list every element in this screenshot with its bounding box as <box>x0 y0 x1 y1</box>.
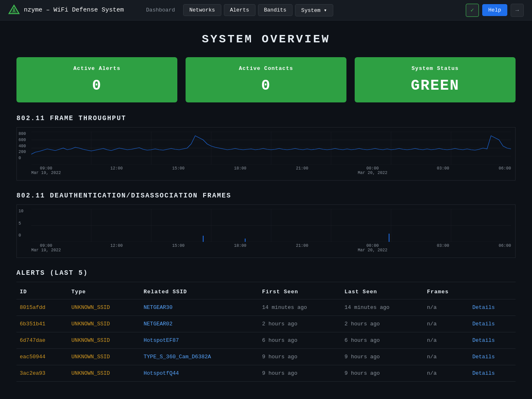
cell-first-seen-1: 2 hours ago <box>259 316 341 332</box>
deauth-x-labels: 09:00Mar 19, 2022 12:00 15:00 18:00 21:0… <box>31 243 511 253</box>
cell-id-1: 6b351b41 <box>16 316 68 332</box>
table-row: 3ac2ea93 UNKNOWN_SSID HotspotfQ44 9 hour… <box>16 365 516 382</box>
nav-right: ✓ Help → <box>466 4 524 17</box>
table-row: 6d747dae UNKNOWN_SSID HotspotEF87 6 hour… <box>16 332 516 349</box>
main-content: System Overview Active Alerts 0 Active C… <box>0 21 532 394</box>
table-row: 6b351b41 UNKNOWN_SSID NETGEAR02 2 hours … <box>16 316 516 332</box>
cell-id-2: 6d747dae <box>16 332 68 349</box>
deauth-chart: 10 5 0 09:00Mar 19, 2022 12:00 15:00 <box>16 204 516 258</box>
cell-ssid-2: HotspotEF87 <box>140 332 259 349</box>
col-action <box>469 285 516 299</box>
details-link-0[interactable]: Details <box>469 299 516 316</box>
cell-id-3: eac50944 <box>16 349 68 365</box>
stat-cards: Active Alerts 0 Active Contacts 0 System… <box>16 57 516 102</box>
alerts-table: ID Type Related SSID First Seen Last See… <box>16 285 516 382</box>
active-alerts-value: 0 <box>25 77 169 94</box>
details-link-2[interactable]: Details <box>469 332 516 349</box>
cell-id-0: 8015afdd <box>16 299 68 316</box>
cell-ssid-1: NETGEAR02 <box>140 316 259 332</box>
table-row: 8015afdd UNKNOWN_SSID NETGEAR30 14 minut… <box>16 299 516 316</box>
cell-last-seen-3: 9 hours ago <box>341 349 423 365</box>
help-button[interactable]: Help <box>482 4 507 16</box>
nav-alerts[interactable]: Alerts <box>224 4 256 16</box>
cell-first-seen-0: 14 minutes ago <box>259 299 341 316</box>
alerts-divider <box>16 282 516 282</box>
details-link-3[interactable]: Details <box>469 349 516 365</box>
col-ssid: Related SSID <box>140 285 259 299</box>
logout-icon-btn[interactable]: → <box>511 4 524 17</box>
system-status-title: System Status <box>363 65 507 72</box>
cell-frames-2: n/a <box>424 332 469 349</box>
table-row: eac50944 UNKNOWN_SSID TYPE_S_360_Cam_D63… <box>16 349 516 365</box>
cell-last-seen-2: 6 hours ago <box>341 332 423 349</box>
cell-first-seen-3: 9 hours ago <box>259 349 341 365</box>
active-alerts-card: Active Alerts 0 <box>16 57 177 102</box>
page-title: System Overview <box>16 33 516 46</box>
nav-networks[interactable]: Networks <box>183 4 221 16</box>
brand-text: nzyme – WiFi Defense System <box>24 7 124 14</box>
throughput-x-labels: 09:00Mar 19, 2022 12:00 15:00 18:00 21:0… <box>31 165 511 176</box>
system-status-value: GREEN <box>363 77 507 94</box>
deauth-y-labels: 10 5 0 <box>17 209 25 238</box>
cell-type-4: UNKNOWN_SSID <box>68 365 140 382</box>
cell-last-seen-0: 14 minutes ago <box>341 299 423 316</box>
deauth-section-title: 802.11 Deauthentication/Disassociation F… <box>16 192 516 200</box>
nav-bandits[interactable]: Bandits <box>258 4 293 16</box>
cell-first-seen-4: 9 hours ago <box>259 365 341 382</box>
cell-first-seen-2: 6 hours ago <box>259 332 341 349</box>
cell-ssid-3: TYPE_S_360_Cam_D6382A <box>140 349 259 365</box>
throughput-section-title: 802.11 Frame Throughput <box>16 115 516 122</box>
active-contacts-title: Active Contacts <box>194 65 338 72</box>
col-frames: Frames <box>424 285 469 299</box>
throughput-y-labels: 800 600 400 200 0 <box>17 132 28 160</box>
cell-id-4: 3ac2ea93 <box>16 365 68 382</box>
details-link-1[interactable]: Details <box>469 316 516 332</box>
brand-icon <box>8 5 20 16</box>
cell-frames-1: n/a <box>424 316 469 332</box>
alerts-section-title: Alerts (Last 5) <box>16 269 516 277</box>
throughput-svg <box>31 132 511 165</box>
cell-last-seen-1: 2 hours ago <box>341 316 423 332</box>
cell-type-2: UNKNOWN_SSID <box>68 332 140 349</box>
table-header-row: ID Type Related SSID First Seen Last See… <box>16 285 516 299</box>
col-id: ID <box>16 285 68 299</box>
nav-dashboard[interactable]: Dashboard <box>140 5 181 16</box>
cell-frames-3: n/a <box>424 349 469 365</box>
details-link-4[interactable]: Details <box>469 365 516 382</box>
cell-ssid-4: HotspotfQ44 <box>140 365 259 382</box>
cell-frames-0: n/a <box>424 299 469 316</box>
status-icon-btn[interactable]: ✓ <box>466 4 479 17</box>
cell-ssid-0: NETGEAR30 <box>140 299 259 316</box>
active-contacts-card: Active Contacts 0 <box>186 57 346 102</box>
cell-type-3: UNKNOWN_SSID <box>68 349 140 365</box>
system-status-card: System Status GREEN <box>355 57 516 102</box>
col-first-seen: First Seen <box>259 285 341 299</box>
active-alerts-title: Active Alerts <box>25 65 169 72</box>
brand: nzyme – WiFi Defense System <box>8 5 124 16</box>
deauth-svg <box>31 209 511 242</box>
cell-type-0: UNKNOWN_SSID <box>68 299 140 316</box>
nav-system[interactable]: System ▾ <box>295 4 333 16</box>
cell-type-1: UNKNOWN_SSID <box>68 316 140 332</box>
throughput-chart: 800 600 400 200 0 09:00Mar 19, 2022 <box>16 127 516 181</box>
col-type: Type <box>68 285 140 299</box>
nav-links: Dashboard Networks Alerts Bandits System… <box>140 4 466 16</box>
cell-last-seen-4: 9 hours ago <box>341 365 423 382</box>
cell-frames-4: n/a <box>424 365 469 382</box>
col-last-seen: Last Seen <box>341 285 423 299</box>
active-contacts-value: 0 <box>194 77 338 94</box>
navbar: nzyme – WiFi Defense System Dashboard Ne… <box>0 0 532 21</box>
